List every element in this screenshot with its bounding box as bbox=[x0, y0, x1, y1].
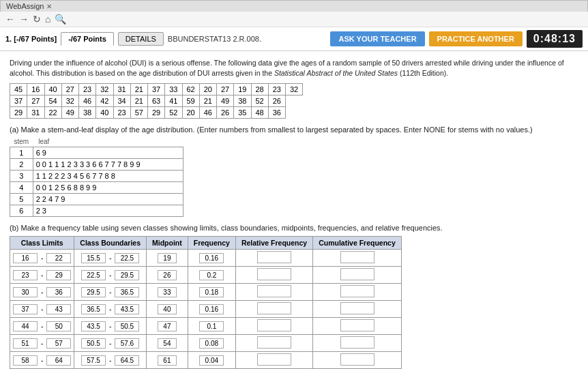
boundary-high-input[interactable] bbox=[115, 253, 139, 263]
close-icon[interactable]: ✕ bbox=[46, 3, 52, 10]
midpoint-cell[interactable] bbox=[147, 284, 188, 301]
boundary-high-input[interactable] bbox=[115, 304, 139, 314]
rel-freq-blank[interactable] bbox=[257, 251, 291, 263]
class-high-input[interactable] bbox=[46, 253, 71, 263]
class-high-input[interactable] bbox=[46, 304, 71, 314]
class-limits-cell[interactable]: - bbox=[10, 250, 74, 267]
class-high-input[interactable] bbox=[46, 338, 71, 349]
leaf-input[interactable] bbox=[33, 182, 183, 194]
back-button[interactable]: ← bbox=[5, 14, 15, 25]
midpoint-cell[interactable] bbox=[147, 301, 188, 318]
tab-points[interactable]: -/67 Points bbox=[61, 32, 114, 46]
class-limits-cell[interactable]: - bbox=[10, 301, 74, 318]
boundary-high-input[interactable] bbox=[115, 321, 139, 331]
class-high-input[interactable] bbox=[46, 355, 71, 366]
frequency-input[interactable] bbox=[199, 287, 224, 297]
frequency-cell[interactable] bbox=[188, 267, 235, 284]
cumulative-frequency-cell[interactable] bbox=[313, 284, 402, 301]
midpoint-cell[interactable] bbox=[147, 250, 188, 267]
midpoint-cell[interactable] bbox=[147, 352, 188, 369]
cum-freq-blank[interactable] bbox=[340, 319, 374, 331]
midpoint-input[interactable] bbox=[158, 338, 177, 349]
class-high-input[interactable] bbox=[46, 287, 71, 297]
class-low-input[interactable] bbox=[13, 287, 38, 297]
midpoint-input[interactable] bbox=[158, 321, 177, 331]
home-button[interactable]: ⌂ bbox=[45, 14, 50, 25]
rel-freq-blank[interactable] bbox=[257, 285, 291, 297]
boundary-high-input[interactable] bbox=[115, 355, 139, 366]
cum-freq-blank[interactable] bbox=[340, 336, 374, 349]
rel-freq-blank[interactable] bbox=[257, 353, 291, 366]
cumulative-frequency-cell[interactable] bbox=[313, 250, 402, 267]
frequency-cell[interactable] bbox=[188, 335, 235, 352]
class-limits-cell[interactable]: - bbox=[10, 284, 74, 301]
midpoint-input[interactable] bbox=[158, 287, 177, 297]
frequency-input[interactable] bbox=[199, 355, 224, 366]
browser-tab[interactable]: WebAssign ✕ bbox=[0, 0, 588, 12]
frequency-input[interactable] bbox=[199, 270, 224, 280]
boundary-low-input[interactable] bbox=[81, 270, 106, 280]
rel-freq-blank[interactable] bbox=[257, 302, 291, 314]
cum-freq-blank[interactable] bbox=[340, 353, 374, 366]
tab-details[interactable]: DETAILS bbox=[118, 32, 164, 46]
class-limits-cell[interactable]: - bbox=[10, 318, 74, 335]
boundary-low-input[interactable] bbox=[81, 338, 106, 349]
relative-frequency-cell[interactable] bbox=[235, 267, 312, 284]
frequency-input[interactable] bbox=[199, 253, 224, 263]
class-low-input[interactable] bbox=[13, 338, 38, 349]
cumulative-frequency-cell[interactable] bbox=[313, 301, 402, 318]
cum-freq-blank[interactable] bbox=[340, 251, 374, 263]
cum-freq-blank[interactable] bbox=[340, 285, 374, 297]
class-boundaries-cell[interactable]: - bbox=[74, 250, 147, 267]
leaf-input[interactable] bbox=[33, 147, 183, 159]
search-button[interactable]: 🔍 bbox=[55, 14, 66, 25]
frequency-input[interactable] bbox=[199, 338, 224, 349]
class-low-input[interactable] bbox=[13, 270, 38, 280]
frequency-input[interactable] bbox=[199, 321, 224, 331]
relative-frequency-cell[interactable] bbox=[235, 352, 312, 369]
class-high-input[interactable] bbox=[46, 321, 71, 331]
midpoint-input[interactable] bbox=[158, 355, 177, 366]
midpoint-input[interactable] bbox=[158, 253, 177, 263]
cum-freq-blank[interactable] bbox=[340, 268, 374, 280]
rel-freq-blank[interactable] bbox=[257, 336, 291, 349]
relative-frequency-cell[interactable] bbox=[235, 335, 312, 352]
boundary-low-input[interactable] bbox=[81, 287, 106, 297]
class-boundaries-cell[interactable]: - bbox=[74, 267, 147, 284]
leaf-input-field[interactable] bbox=[36, 183, 179, 192]
frequency-cell[interactable] bbox=[188, 250, 235, 267]
boundary-low-input[interactable] bbox=[81, 253, 106, 263]
frequency-cell[interactable] bbox=[188, 352, 235, 369]
boundary-low-input[interactable] bbox=[81, 321, 106, 331]
cumulative-frequency-cell[interactable] bbox=[313, 318, 402, 335]
class-boundaries-cell[interactable]: - bbox=[74, 335, 147, 352]
class-limits-cell[interactable]: - bbox=[10, 352, 74, 369]
boundary-high-input[interactable] bbox=[115, 287, 139, 297]
boundary-low-input[interactable] bbox=[81, 304, 106, 314]
class-boundaries-cell[interactable]: - bbox=[74, 318, 147, 335]
class-boundaries-cell[interactable]: - bbox=[74, 301, 147, 318]
midpoint-input[interactable] bbox=[158, 304, 177, 314]
class-low-input[interactable] bbox=[13, 304, 38, 314]
leaf-input[interactable] bbox=[33, 194, 183, 205]
cum-freq-blank[interactable] bbox=[340, 302, 374, 314]
frequency-input[interactable] bbox=[199, 304, 224, 314]
class-boundaries-cell[interactable]: - bbox=[74, 284, 147, 301]
boundary-high-input[interactable] bbox=[115, 270, 139, 280]
leaf-input-field[interactable] bbox=[36, 149, 179, 157]
frequency-cell[interactable] bbox=[188, 318, 235, 335]
class-high-input[interactable] bbox=[46, 270, 71, 280]
rel-freq-blank[interactable] bbox=[257, 268, 291, 280]
cumulative-frequency-cell[interactable] bbox=[313, 267, 402, 284]
ask-teacher-button[interactable]: ASK YOUR TEACHER bbox=[330, 31, 424, 46]
class-limits-cell[interactable]: - bbox=[10, 267, 74, 284]
boundary-high-input[interactable] bbox=[115, 338, 139, 349]
refresh-button[interactable]: ↻ bbox=[33, 14, 41, 25]
leaf-input-field[interactable] bbox=[36, 172, 179, 180]
frequency-cell[interactable] bbox=[188, 301, 235, 318]
class-limits-cell[interactable]: - bbox=[10, 335, 74, 352]
class-low-input[interactable] bbox=[13, 321, 38, 331]
leaf-input[interactable] bbox=[33, 159, 183, 171]
class-low-input[interactable] bbox=[13, 253, 38, 263]
forward-button[interactable]: → bbox=[19, 14, 29, 25]
